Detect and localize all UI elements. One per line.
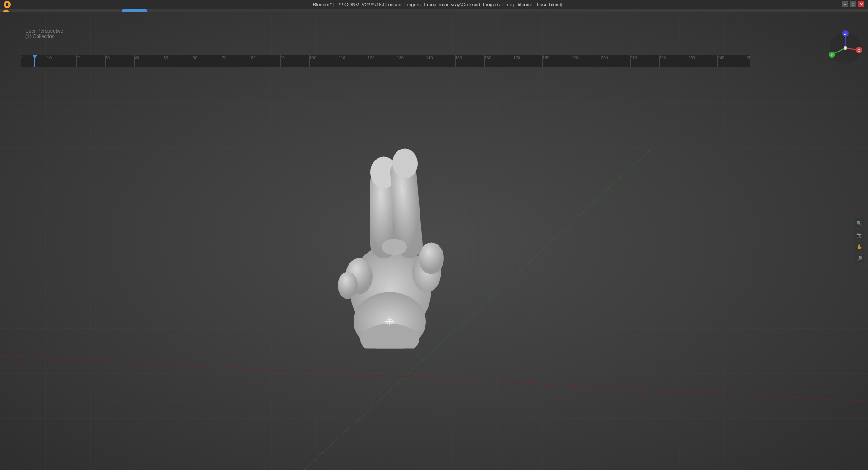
frame-label-150: 150 <box>455 56 462 60</box>
frame-tick-140 <box>426 55 426 67</box>
svg-point-13 <box>382 239 407 255</box>
frame-tick-50 <box>164 55 164 67</box>
frame-label-190: 190 <box>572 56 579 60</box>
frame-label-10: 10 <box>47 56 52 60</box>
center-and-right: ↖ ⊕ ✥ ↻ ⤢ ⊕ ✏ 📐 ○ Object Mode <box>0 19 868 470</box>
frame-label-50: 50 <box>164 56 168 60</box>
frame-label-180: 180 <box>542 56 549 60</box>
frame-tick-200 <box>601 55 601 67</box>
frame-tick-150 <box>455 55 456 67</box>
frame-tick-220 <box>659 55 660 67</box>
frame-tick-240 <box>717 55 718 67</box>
hand-mesh <box>323 132 458 350</box>
frame-tick-40 <box>134 55 135 67</box>
center-area: ○ Object Mode ▼ View Select Add <box>21 19 750 470</box>
frame-tick-10 <box>47 55 47 67</box>
minimize-button[interactable]: − <box>842 1 848 7</box>
frame-tick-250 <box>747 55 747 67</box>
app: B Blender* [F:\!!!CONV_V2!!!!!\16\Crosse… <box>0 0 868 470</box>
frame-tick-160 <box>484 55 485 67</box>
frame-label-110: 110 <box>339 56 345 60</box>
frame-tick-170 <box>514 55 514 67</box>
close-button[interactable]: ✕ <box>858 1 864 7</box>
window-controls[interactable]: − □ ✕ <box>842 1 864 7</box>
blender-logo: B <box>4 1 11 8</box>
frame-label-120: 120 <box>368 56 374 60</box>
title-bar: B Blender* [F:\!!!CONV_V2!!!!!\16\Crosse… <box>0 0 868 9</box>
svg-line-2 <box>21 356 750 401</box>
svg-point-19 <box>389 321 391 323</box>
frame-label-170: 170 <box>514 56 520 60</box>
frame-tick-1 <box>21 55 21 67</box>
frame-label-140: 140 <box>426 56 433 60</box>
frame-label-240: 240 <box>717 56 724 60</box>
frame-tick-110 <box>339 55 339 67</box>
frame-tick-100 <box>309 55 310 67</box>
frame-label-200: 200 <box>601 56 608 60</box>
frame-label-80: 80 <box>251 56 255 60</box>
frame-label-160: 160 <box>484 56 491 60</box>
frame-tick-20 <box>76 55 77 67</box>
frame-tick-180 <box>542 55 543 67</box>
viewport-with-toolbar: ↖ ⊕ ✥ ↻ ⤢ ⊕ ✏ 📐 ○ Object Mode <box>0 19 750 470</box>
frame-tick-60 <box>193 55 193 67</box>
viewport-perspective-label: User Perspective <box>25 28 63 33</box>
timeline-ruler[interactable]: 1102030405060708090100110120130140150160… <box>21 55 750 67</box>
frame-label-210: 210 <box>630 56 637 60</box>
viewport-info: User Perspective (1) Collection <box>25 28 63 39</box>
frame-tick-120 <box>368 55 368 67</box>
maximize-button[interactable]: □ <box>850 1 856 7</box>
frame-tick-230 <box>689 55 689 67</box>
frame-label-40: 40 <box>134 56 139 60</box>
frame-label-90: 90 <box>280 56 285 60</box>
frame-label-70: 70 <box>222 56 226 60</box>
frame-label-230: 230 <box>689 56 695 60</box>
blender-icon: B <box>4 1 11 8</box>
viewport-collection-label: (1) Collection <box>25 33 63 39</box>
frame-tick-80 <box>251 55 251 67</box>
frame-tick-210 <box>630 55 631 67</box>
frame-label-100: 100 <box>309 56 316 60</box>
timeline-playhead[interactable] <box>34 55 35 67</box>
frame-tick-30 <box>105 55 106 67</box>
frame-tick-130 <box>397 55 397 67</box>
hand-svg <box>323 132 458 349</box>
frame-label-60: 60 <box>193 56 197 60</box>
frame-label-30: 30 <box>105 56 110 60</box>
frame-tick-190 <box>572 55 572 67</box>
frame-tick-90 <box>280 55 281 67</box>
svg-point-6 <box>338 272 358 299</box>
viewport-canvas[interactable]: User Perspective (1) Collection <box>21 19 750 470</box>
frame-label-220: 220 <box>659 56 666 60</box>
frame-label-20: 20 <box>76 56 81 60</box>
frame-label-130: 130 <box>397 56 404 60</box>
window-title: Blender* [F:\!!!CONV_V2!!!!!\16\Crossed_… <box>11 2 864 7</box>
frame-tick-70 <box>222 55 222 67</box>
